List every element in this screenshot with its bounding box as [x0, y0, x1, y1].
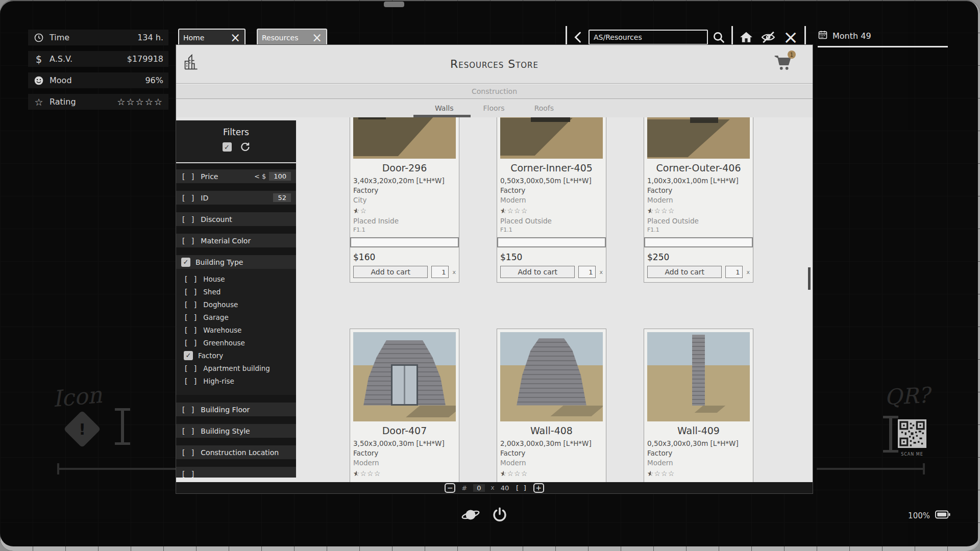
filter-option-high-rise[interactable]: [ ]High-rise [176, 374, 296, 387]
pagination-checkbox[interactable]: [ ] [515, 484, 527, 492]
checkbox-empty-icon[interactable]: [ ] [181, 172, 195, 181]
session-indicator: Month 49 [818, 30, 948, 47]
product-image-shape [406, 406, 456, 417]
tab-close-icon[interactable]: × [312, 33, 322, 43]
pagination-page-size[interactable]: 40 [501, 484, 509, 492]
product-building-type: Factory [647, 449, 750, 457]
pagination-hash: # [461, 484, 467, 492]
product-price: $160 [353, 252, 456, 262]
filter-option-apartment-building[interactable]: [ ]Apartment building [176, 362, 296, 374]
refresh-icon[interactable] [240, 142, 250, 152]
address-input[interactable] [589, 30, 708, 45]
checkbox-empty-icon[interactable]: [ ] [181, 194, 195, 202]
subtab-roofs[interactable]: Roofs [534, 104, 554, 112]
quantity-input[interactable]: 1 [578, 266, 596, 278]
search-icon[interactable] [712, 31, 725, 44]
filter-building-floor[interactable]: [ ]Building Floor [176, 403, 296, 416]
product-color-input[interactable] [644, 237, 753, 247]
filter-id[interactable]: [ ]ID52 [176, 191, 296, 205]
checkbox-empty-icon[interactable]: [ ] [181, 427, 195, 435]
checkbox-empty-icon[interactable]: [ ] [184, 377, 198, 385]
category-tab-construction[interactable]: Construction [176, 84, 813, 99]
quantity-input[interactable]: 1 [431, 266, 449, 278]
increase-button[interactable]: + [533, 483, 544, 493]
filters-master-checkbox[interactable]: ✓ [223, 142, 232, 152]
pagination-count[interactable]: 0 [473, 484, 484, 492]
filter-option-factory[interactable]: ✓Factory [176, 349, 296, 362]
tab-close-icon[interactable]: × [230, 33, 240, 43]
product-building-type: Factory [647, 186, 750, 194]
filter-option-house[interactable]: [ ]House [176, 272, 296, 285]
filter-price[interactable]: [ ]Price< $100 [176, 169, 296, 183]
filter-label: Building Type [195, 258, 291, 266]
checkbox-checked-icon[interactable]: ✓ [181, 258, 190, 267]
add-to-cart-button[interactable]: Add to cart [353, 266, 428, 278]
decrease-button[interactable]: − [445, 483, 455, 493]
filter-option-greenhouse[interactable]: [ ]Greenhouse [176, 336, 296, 349]
star-half-icon: ☆★ [647, 207, 654, 215]
product-image-shape [550, 406, 603, 416]
filter-clipped[interactable]: [ ] [176, 467, 296, 478]
product-dimensions: 0,50x3,00x0,50m [L*H*W] [500, 177, 603, 185]
checkbox-empty-icon[interactable]: [ ] [184, 300, 198, 309]
subtab-walls[interactable]: Walls [435, 104, 454, 112]
planet-icon[interactable] [461, 507, 480, 523]
stat-value: $179918 [127, 54, 163, 64]
subtab-floors[interactable]: Floors [483, 104, 505, 112]
checkbox-empty-icon[interactable]: [ ] [181, 470, 195, 478]
product-name: Corner-Outer-406 [647, 162, 750, 173]
device-dock [461, 507, 508, 523]
checkbox-empty-icon[interactable]: [ ] [184, 288, 198, 296]
filter-option-label: Factory [198, 352, 291, 360]
filter-option-garage[interactable]: [ ]Garage [176, 311, 296, 323]
vertical-scrollbar[interactable] [808, 267, 811, 290]
checkbox-empty-icon[interactable]: [ ] [181, 406, 195, 414]
product-floor: F1.1 [647, 227, 750, 233]
filter-option-warehouse[interactable]: [ ]Warehouse [176, 323, 296, 336]
quantity-suffix: x [599, 269, 603, 276]
filter-value-chip[interactable]: 52 [273, 193, 291, 202]
product-name: Door-407 [353, 425, 456, 436]
hide-eye-icon[interactable] [760, 31, 777, 44]
power-icon[interactable] [492, 507, 508, 523]
product-stars: ☆★☆☆☆ [353, 469, 381, 478]
filter-building-type[interactable]: ✓Building Type [176, 255, 296, 269]
checkbox-checked-icon[interactable]: ✓ [184, 351, 193, 360]
back-button[interactable] [573, 30, 582, 44]
checkbox-empty-icon[interactable]: [ ] [184, 326, 198, 334]
filter-value-prefix: < $ [254, 172, 266, 180]
add-to-cart-button[interactable]: Add to cart [647, 266, 722, 278]
checkbox-empty-icon[interactable]: [ ] [181, 215, 195, 223]
checkbox-empty-icon[interactable]: [ ] [184, 364, 198, 372]
quantity-suffix: x [746, 269, 750, 276]
checkbox-empty-icon[interactable]: [ ] [184, 275, 198, 283]
filter-label: Price [201, 172, 249, 181]
checkbox-empty-icon[interactable]: [ ] [184, 339, 198, 347]
add-to-cart-button[interactable]: Add to cart [500, 266, 575, 278]
product-image [500, 117, 603, 159]
filter-label: Building Style [201, 427, 291, 435]
product-card-door-296: Door-2963,40x3,20x0,20m [L*H*W]FactoryCi… [350, 117, 459, 283]
checkbox-empty-icon[interactable]: [ ] [181, 448, 195, 457]
subtab-bar: WallsFloorsRoofs [176, 99, 813, 117]
filter-construction-location[interactable]: [ ]Construction Location [176, 445, 296, 459]
filter-building-style[interactable]: [ ]Building Style [176, 424, 296, 438]
browser-tab-resources[interactable]: Resources× [257, 29, 327, 46]
filter-material-color[interactable]: [ ]Material Color [176, 234, 296, 247]
product-color-input[interactable] [350, 237, 459, 247]
checkbox-empty-icon[interactable]: [ ] [184, 313, 198, 321]
home-button[interactable] [739, 31, 753, 44]
filter-value-chip[interactable]: 100 [269, 172, 291, 181]
cart-button[interactable]: 1 [774, 54, 792, 73]
ruler-line [817, 463, 925, 474]
filter-discount[interactable]: [ ]Discount [176, 212, 296, 226]
product-color-input[interactable] [497, 237, 606, 247]
checkbox-empty-icon[interactable]: [ ] [181, 237, 195, 245]
filter-label: Construction Location [201, 448, 291, 457]
filter-option-doghouse[interactable]: [ ]Doghouse [176, 298, 296, 311]
quantity-input[interactable]: 1 [725, 266, 743, 278]
browser-tab-home[interactable]: Home× [178, 29, 246, 46]
close-window-icon[interactable]: × [783, 30, 798, 45]
filter-option-shed[interactable]: [ ]Shed [176, 285, 296, 298]
filter-option-label: Shed [203, 288, 291, 296]
